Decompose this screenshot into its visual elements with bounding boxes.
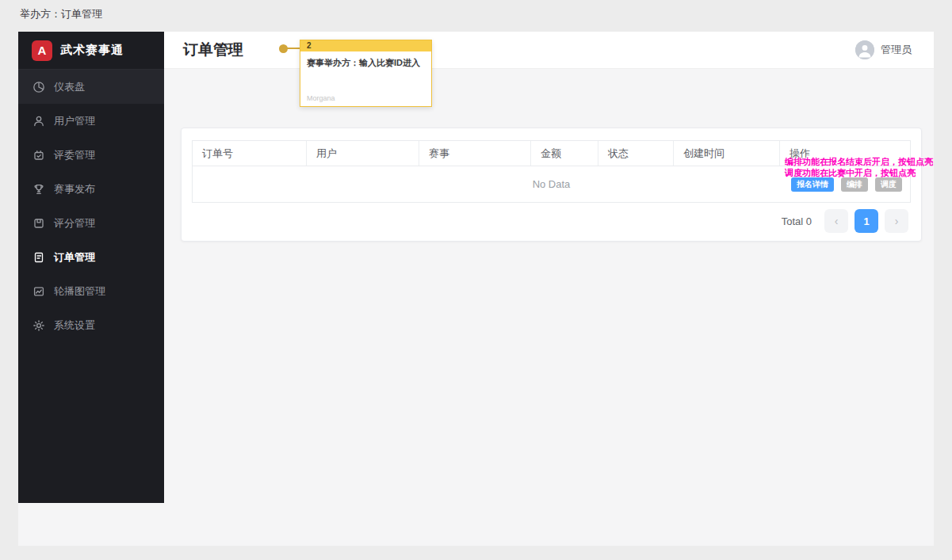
sidebar-item-label: 用户管理 bbox=[54, 114, 95, 128]
page-1-button[interactable]: 1 bbox=[855, 209, 878, 233]
no-data-text: No Data bbox=[533, 178, 571, 190]
app-window: A 武术赛事通 仪表盘 用户管理 bbox=[18, 32, 934, 546]
dashboard-icon bbox=[32, 81, 45, 93]
actions-annotation-line1: 编排功能在报名结束后开启，按钮点亮 bbox=[785, 156, 935, 167]
column-header-order-no: 订单号 bbox=[193, 141, 307, 166]
carousel-icon bbox=[32, 285, 45, 298]
comment-footer: Morgana bbox=[307, 94, 335, 102]
user-icon bbox=[32, 115, 45, 128]
order-icon bbox=[32, 251, 45, 264]
comment-text: 赛事举办方：输入比赛ID进入 bbox=[300, 51, 431, 68]
column-header-user: 用户 bbox=[307, 141, 419, 166]
actions-annotation-line2: 调度功能在比赛中开启，按钮点亮 bbox=[785, 167, 935, 178]
next-page-button[interactable]: › bbox=[885, 209, 908, 233]
comment-connector bbox=[286, 48, 300, 49]
column-header-amount: 金额 bbox=[531, 141, 598, 166]
sidebar: A 武术赛事通 仪表盘 用户管理 bbox=[18, 32, 164, 503]
row-action-buttons: 报名详情 编排 调度 bbox=[791, 177, 902, 192]
sidebar-item-users[interactable]: 用户管理 bbox=[18, 104, 164, 138]
chevron-left-icon: ‹ bbox=[835, 215, 839, 227]
sidebar-item-orders[interactable]: 订单管理 bbox=[18, 240, 164, 274]
sidebar-menu: 仪表盘 用户管理 评委管理 bbox=[18, 70, 164, 342]
arrange-button[interactable]: 编排 bbox=[841, 177, 868, 192]
pagination: Total 0 ‹ 1 › bbox=[782, 209, 908, 233]
page-title: 订单管理 bbox=[183, 32, 243, 68]
comment-badge: 2 bbox=[300, 40, 431, 51]
user-name: 管理员 bbox=[881, 43, 912, 57]
comment-box[interactable]: 2 赛事举办方：输入比赛ID进入 Morgana bbox=[300, 40, 432, 107]
sidebar-item-label: 评委管理 bbox=[54, 148, 95, 162]
sidebar-item-label: 赛事发布 bbox=[54, 182, 95, 196]
chevron-right-icon: › bbox=[895, 215, 899, 227]
judge-icon bbox=[32, 149, 45, 162]
breadcrumb: 举办方：订单管理 bbox=[20, 7, 102, 21]
screen: 举办方：订单管理 A 武术赛事通 仪表盘 用户管理 bbox=[0, 0, 952, 560]
logo-row: A 武术赛事通 bbox=[18, 32, 164, 70]
column-header-status: 状态 bbox=[598, 141, 674, 166]
sidebar-item-label: 订单管理 bbox=[54, 250, 95, 265]
score-icon bbox=[32, 217, 45, 230]
trophy-icon bbox=[32, 183, 45, 196]
column-header-created-at: 创建时间 bbox=[674, 141, 780, 166]
user-menu[interactable]: 管理员 bbox=[855, 32, 912, 68]
dispatch-button[interactable]: 调度 bbox=[875, 177, 902, 192]
column-header-event: 赛事 bbox=[419, 141, 531, 166]
sidebar-item-event-publish[interactable]: 赛事发布 bbox=[18, 172, 164, 206]
sidebar-item-label: 轮播图管理 bbox=[54, 284, 105, 299]
app-logo-icon: A bbox=[32, 40, 52, 61]
sidebar-item-judges[interactable]: 评委管理 bbox=[18, 138, 164, 172]
sidebar-item-label: 系统设置 bbox=[54, 318, 95, 333]
sidebar-item-label: 评分管理 bbox=[54, 216, 95, 230]
sidebar-item-dashboard[interactable]: 仪表盘 bbox=[18, 70, 164, 104]
sidebar-item-label: 仪表盘 bbox=[54, 80, 85, 94]
actions-annotation: 编排功能在报名结束后开启，按钮点亮 调度功能在比赛中开启，按钮点亮 bbox=[785, 156, 935, 178]
prev-page-button[interactable]: ‹ bbox=[824, 209, 848, 233]
settings-icon bbox=[32, 319, 45, 332]
pagination-total: Total 0 bbox=[782, 215, 812, 227]
app-title: 武术赛事通 bbox=[60, 43, 124, 58]
sidebar-item-carousel[interactable]: 轮播图管理 bbox=[18, 274, 164, 308]
sidebar-item-scoring[interactable]: 评分管理 bbox=[18, 206, 164, 240]
avatar-icon bbox=[855, 40, 874, 59]
sidebar-item-settings[interactable]: 系统设置 bbox=[18, 308, 164, 342]
signup-detail-button[interactable]: 报名详情 bbox=[791, 177, 834, 192]
